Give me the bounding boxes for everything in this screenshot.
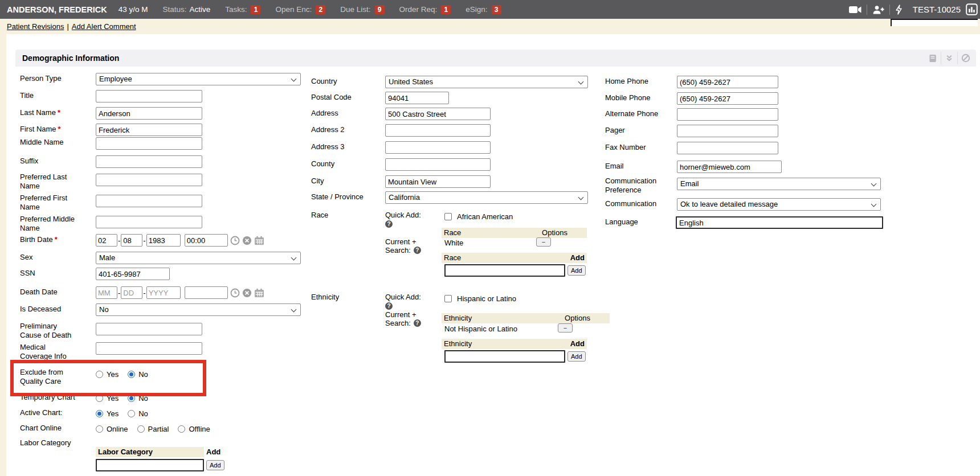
pager-input[interactable] <box>677 125 778 137</box>
disable-panel-icon[interactable] <box>958 50 974 67</box>
ethnicity-current-search-help-icon[interactable] <box>414 319 421 327</box>
esign-count-badge[interactable]: 3 <box>492 5 501 14</box>
race-current-search-help-icon[interactable] <box>414 247 421 254</box>
ethnicity-add-button[interactable]: Add <box>567 351 586 362</box>
ethnicity-add-input[interactable] <box>444 350 565 363</box>
preliminary-cause-of-death-input[interactable] <box>96 323 202 335</box>
home-phone-input[interactable] <box>677 76 778 88</box>
ssn-input[interactable] <box>96 268 170 280</box>
tasks-label[interactable]: Tasks: <box>225 5 247 14</box>
exclude-yes-radio[interactable] <box>96 371 103 378</box>
race-remove-button[interactable] <box>536 237 551 247</box>
title-input[interactable] <box>96 90 202 102</box>
race-african-american-label[interactable]: African American <box>457 212 513 221</box>
preferred-first-name-input[interactable] <box>96 195 202 207</box>
mobile-phone-input[interactable] <box>677 92 778 105</box>
order-req-count-badge[interactable]: 1 <box>441 5 451 14</box>
address3-input[interactable] <box>385 141 491 154</box>
active-chart-no-radio[interactable] <box>128 410 135 417</box>
person-type-select[interactable]: Employee <box>96 73 301 85</box>
labor-category-input[interactable] <box>96 459 204 471</box>
country-select[interactable]: United States <box>385 76 588 88</box>
middle-name-input[interactable] <box>96 137 202 150</box>
esign-label[interactable]: eSign: <box>466 5 487 14</box>
active-chart-yes-radio[interactable] <box>96 410 103 417</box>
death-month-input[interactable] <box>96 286 117 299</box>
ethnicity-hispanic-checkbox[interactable] <box>444 295 452 302</box>
county-input[interactable] <box>385 158 491 171</box>
communication-preference-select[interactable]: Email <box>677 178 881 190</box>
video-call-icon[interactable] <box>849 6 861 14</box>
race-add-input[interactable] <box>444 264 565 277</box>
open-enc-counter[interactable]: Open Enc: 2 <box>275 5 325 14</box>
collapse-chevrons-icon[interactable] <box>941 50 957 67</box>
active-chart-yes-label[interactable]: Yes <box>107 409 119 418</box>
last-name-input[interactable] <box>96 107 202 120</box>
medical-coverage-info-input[interactable] <box>96 342 202 355</box>
state-province-select[interactable]: California <box>385 191 588 204</box>
ethnicity-hispanic-label[interactable]: Hispanic or Latino <box>457 294 516 303</box>
due-list-label[interactable]: Due List: <box>340 5 370 14</box>
esign-counter[interactable]: eSign: 3 <box>466 5 501 14</box>
order-req-counter[interactable]: Order Req: 1 <box>399 5 451 14</box>
exclude-yes-label[interactable]: Yes <box>107 370 119 379</box>
chart-online-online-radio[interactable] <box>96 425 103 433</box>
temporary-chart-yes-radio[interactable] <box>96 395 103 402</box>
birth-time-clock-icon[interactable] <box>230 236 240 245</box>
race-add-button[interactable]: Add <box>567 265 586 276</box>
death-year-input[interactable] <box>146 286 181 299</box>
exclude-no-radio[interactable] <box>128 371 135 378</box>
first-name-input[interactable] <box>96 124 202 136</box>
due-list-counter[interactable]: Due List: 9 <box>340 5 384 14</box>
add-alert-comment-link[interactable]: Add Alert Comment <box>72 22 136 31</box>
birth-month-input[interactable] <box>96 234 117 247</box>
add-person-icon[interactable] <box>872 5 884 14</box>
birth-day-input[interactable] <box>121 234 142 247</box>
postal-code-input[interactable] <box>385 92 449 104</box>
chart-online-offline-radio[interactable] <box>178 425 185 433</box>
death-date-calendar-icon[interactable] <box>254 288 264 298</box>
order-req-label[interactable]: Order Req: <box>399 5 438 14</box>
tasks-counter[interactable]: Tasks: 1 <box>225 5 260 14</box>
chart-online-online-label[interactable]: Online <box>107 425 128 433</box>
city-input[interactable] <box>385 175 491 188</box>
exclude-no-label[interactable]: No <box>138 370 148 379</box>
system-id[interactable]: TEST-10025 <box>913 5 961 14</box>
preferred-last-name-input[interactable] <box>96 174 202 186</box>
chart-menu-icon[interactable] <box>966 3 978 15</box>
communication-select[interactable]: Ok to leave detailed message <box>677 198 881 211</box>
lightning-icon[interactable] <box>895 5 903 15</box>
email-input[interactable] <box>677 161 782 173</box>
death-time-input[interactable] <box>185 286 228 299</box>
birth-date-clear-icon[interactable] <box>242 236 252 245</box>
sex-select[interactable]: Male <box>96 252 301 264</box>
temporary-chart-no-radio[interactable] <box>128 395 135 402</box>
death-day-input[interactable] <box>121 286 142 299</box>
temporary-chart-yes-label[interactable]: Yes <box>107 394 119 403</box>
language-input[interactable] <box>676 216 883 229</box>
alternate-phone-input[interactable] <box>677 108 778 121</box>
open-enc-label[interactable]: Open Enc: <box>275 5 312 14</box>
race-african-american-checkbox[interactable] <box>444 213 452 220</box>
birth-date-calendar-icon[interactable] <box>254 236 264 245</box>
race-quick-add-help-icon[interactable] <box>385 220 393 228</box>
chart-online-partial-radio[interactable] <box>137 425 145 433</box>
suffix-input[interactable] <box>96 155 202 168</box>
chart-online-partial-label[interactable]: Partial <box>148 425 169 433</box>
fax-number-input[interactable] <box>677 142 778 154</box>
birth-year-input[interactable] <box>146 234 181 247</box>
open-enc-count-badge[interactable]: 2 <box>316 5 325 14</box>
ethnicity-quick-add-help-icon[interactable] <box>385 302 393 310</box>
preferred-middle-name-input[interactable] <box>96 216 202 228</box>
death-date-clear-icon[interactable] <box>242 288 252 298</box>
temporary-chart-no-label[interactable]: No <box>138 394 148 403</box>
address2-input[interactable] <box>385 124 491 137</box>
due-list-count-badge[interactable]: 9 <box>375 5 385 14</box>
birth-time-input[interactable] <box>185 234 228 247</box>
journal-icon[interactable] <box>925 50 941 67</box>
ethnicity-remove-button[interactable] <box>558 323 573 333</box>
labor-category-add-button[interactable]: Add <box>206 460 224 470</box>
address-input[interactable] <box>385 108 491 120</box>
tasks-count-badge[interactable]: 1 <box>251 5 260 14</box>
chart-online-offline-label[interactable]: Offline <box>189 425 210 433</box>
